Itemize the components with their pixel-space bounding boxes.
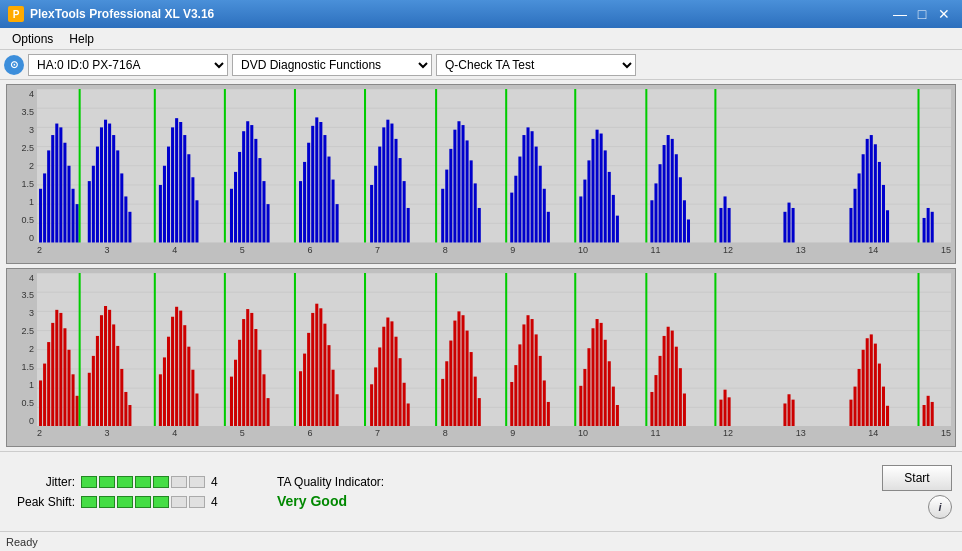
svg-rect-71 xyxy=(394,139,397,243)
svg-rect-23 xyxy=(100,127,103,242)
svg-rect-33 xyxy=(163,166,166,243)
svg-rect-163 xyxy=(100,315,103,426)
svg-rect-41 xyxy=(195,200,198,242)
jitter-label: Jitter: xyxy=(10,475,75,489)
svg-rect-257 xyxy=(683,393,686,426)
svg-rect-129 xyxy=(862,154,865,242)
svg-rect-93 xyxy=(535,147,538,243)
svg-rect-213 xyxy=(403,382,406,426)
svg-rect-18 xyxy=(76,204,79,242)
svg-rect-268 xyxy=(862,349,865,426)
start-section: Start i xyxy=(882,465,952,519)
bottom-chart-y-axis: 4 3.5 3 2.5 2 1.5 1 0.5 0 xyxy=(7,273,37,427)
svg-rect-156 xyxy=(67,349,70,426)
svg-rect-256 xyxy=(679,368,682,426)
minimize-button[interactable]: — xyxy=(890,4,910,24)
svg-rect-185 xyxy=(238,339,241,426)
svg-rect-247 xyxy=(616,405,619,426)
svg-rect-81 xyxy=(462,125,465,242)
svg-rect-240 xyxy=(587,348,590,426)
svg-rect-111 xyxy=(659,164,662,242)
svg-rect-17 xyxy=(72,189,75,243)
menu-options[interactable]: Options xyxy=(4,30,61,48)
peak-shift-seg-6 xyxy=(171,496,187,508)
svg-rect-164 xyxy=(104,306,107,426)
device-selector[interactable]: HA:0 ID:0 PX-716A xyxy=(28,54,228,76)
maximize-button[interactable]: □ xyxy=(912,4,932,24)
svg-rect-168 xyxy=(120,368,123,426)
svg-rect-212 xyxy=(399,358,402,426)
svg-rect-183 xyxy=(230,376,233,426)
svg-rect-47 xyxy=(246,121,249,242)
svg-rect-270 xyxy=(870,334,873,426)
jitter-seg-1 xyxy=(81,476,97,488)
info-button[interactable]: i xyxy=(928,495,952,519)
bottom-panel: Jitter: 4 Peak Shift: xyxy=(0,451,962,531)
svg-rect-195 xyxy=(303,353,306,426)
menu-help[interactable]: Help xyxy=(61,30,102,48)
svg-rect-255 xyxy=(675,346,678,426)
svg-rect-186 xyxy=(242,319,245,426)
svg-rect-137 xyxy=(923,218,926,243)
svg-rect-274 xyxy=(886,405,889,426)
main-content: 4 3.5 3 2.5 2 1.5 1 0.5 0 xyxy=(0,80,962,531)
svg-rect-238 xyxy=(579,385,582,426)
jitter-seg-6 xyxy=(171,476,187,488)
peak-shift-seg-3 xyxy=(117,496,133,508)
svg-rect-160 xyxy=(88,372,91,426)
svg-rect-261 xyxy=(728,397,731,426)
svg-rect-27 xyxy=(116,150,119,242)
svg-rect-67 xyxy=(378,147,381,243)
svg-rect-254 xyxy=(671,330,674,426)
svg-rect-217 xyxy=(445,361,448,426)
svg-rect-175 xyxy=(171,316,174,426)
svg-rect-218 xyxy=(449,340,452,426)
svg-rect-25 xyxy=(108,124,111,243)
svg-rect-26 xyxy=(112,135,115,242)
svg-rect-65 xyxy=(370,185,373,243)
test-selector[interactable]: Q-Check TA Test xyxy=(436,54,636,76)
svg-rect-233 xyxy=(535,334,538,426)
svg-rect-189 xyxy=(254,329,257,426)
svg-rect-112 xyxy=(663,145,666,242)
function-selector[interactable]: DVD Diagnostic Functions xyxy=(232,54,432,76)
svg-rect-11 xyxy=(47,150,50,242)
svg-rect-59 xyxy=(319,122,322,242)
svg-rect-225 xyxy=(478,398,481,426)
svg-rect-149 xyxy=(39,380,42,426)
svg-rect-39 xyxy=(187,154,190,242)
svg-rect-100 xyxy=(587,160,590,242)
start-button[interactable]: Start xyxy=(882,465,952,491)
svg-rect-70 xyxy=(390,124,393,243)
svg-rect-52 xyxy=(267,204,270,242)
svg-rect-214 xyxy=(407,403,410,426)
svg-rect-21 xyxy=(92,166,95,243)
svg-rect-80 xyxy=(457,121,460,242)
svg-rect-125 xyxy=(792,208,795,243)
svg-rect-224 xyxy=(474,376,477,426)
svg-rect-176 xyxy=(175,306,178,426)
jitter-progress xyxy=(81,476,205,488)
svg-rect-49 xyxy=(254,139,257,243)
svg-rect-20 xyxy=(88,181,91,242)
svg-rect-10 xyxy=(43,173,46,242)
svg-rect-260 xyxy=(724,389,727,426)
metrics-section: Jitter: 4 Peak Shift: xyxy=(10,475,227,509)
svg-rect-103 xyxy=(600,134,603,243)
svg-rect-170 xyxy=(128,405,131,426)
svg-rect-230 xyxy=(522,324,525,426)
jitter-seg-3 xyxy=(117,476,133,488)
close-button[interactable]: ✕ xyxy=(934,4,954,24)
svg-rect-101 xyxy=(591,139,594,243)
svg-rect-205 xyxy=(370,384,373,426)
svg-rect-203 xyxy=(336,394,339,426)
svg-rect-73 xyxy=(403,181,406,242)
svg-rect-264 xyxy=(792,399,795,426)
jitter-seg-5 xyxy=(153,476,169,488)
svg-rect-235 xyxy=(543,380,546,426)
svg-rect-154 xyxy=(59,312,62,426)
bottom-chart-container: 4 3.5 3 2.5 2 1.5 1 0.5 0 xyxy=(6,268,956,448)
svg-rect-150 xyxy=(43,363,46,426)
peak-shift-row: Peak Shift: 4 xyxy=(10,495,227,509)
svg-rect-211 xyxy=(394,336,397,426)
